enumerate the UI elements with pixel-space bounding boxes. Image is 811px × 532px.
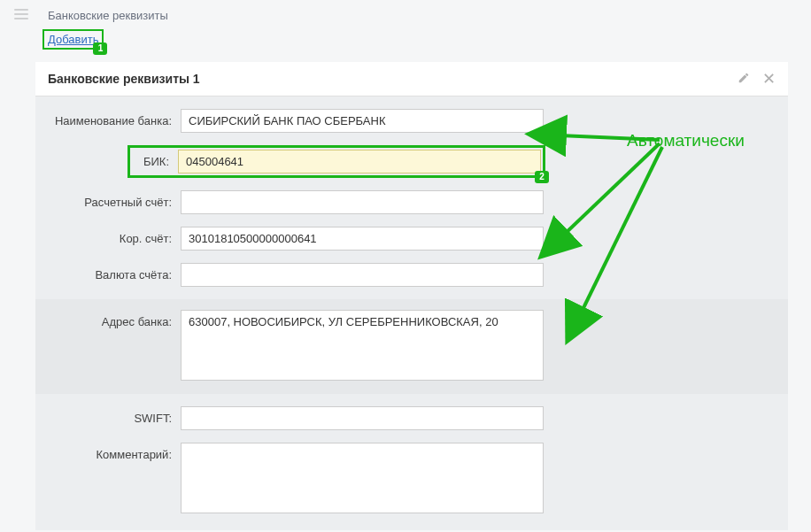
- account-label: Расчетный счёт:: [48, 190, 181, 209]
- edit-icon[interactable]: [738, 72, 750, 86]
- corr-account-label: Кор. счёт:: [48, 227, 181, 245]
- comment-input[interactable]: [181, 443, 544, 513]
- section-title: Банковские реквизиты 1: [48, 72, 200, 86]
- bank-name-label: Наименование банка:: [48, 109, 181, 127]
- swift-input[interactable]: [181, 406, 544, 430]
- annotation-badge-1: 1: [93, 42, 107, 55]
- bank-name-input[interactable]: [181, 109, 544, 133]
- annotation-label: Автоматически: [627, 131, 745, 150]
- account-input[interactable]: [181, 190, 544, 214]
- annotation-badge-2: 2: [535, 171, 549, 183]
- swift-label: SWIFT:: [48, 406, 181, 425]
- page-title: Банковские реквизиты: [48, 4, 811, 22]
- bik-label: БИК:: [130, 155, 178, 168]
- menu-icon[interactable]: [14, 9, 28, 19]
- bank-address-input[interactable]: 630007, НОВОСИБИРСК, УЛ СЕРЕБРЕННИКОВСКА…: [181, 310, 544, 381]
- bik-input[interactable]: [178, 150, 541, 173]
- comment-label: Комментарий:: [48, 443, 181, 461]
- close-icon[interactable]: ✕: [762, 71, 776, 87]
- currency-label: Валюта счёта:: [48, 263, 181, 281]
- bank-address-label: Адрес банка:: [48, 310, 181, 328]
- currency-input[interactable]: [181, 263, 544, 287]
- corr-account-input[interactable]: [181, 227, 544, 251]
